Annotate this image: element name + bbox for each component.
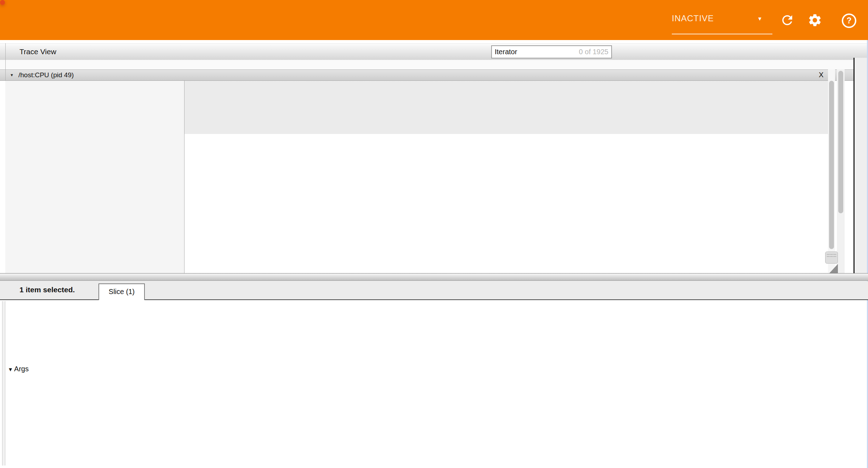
- vertical-scrollbar-thumb[interactable]: [829, 81, 834, 249]
- chevron-down-icon[interactable]: ▼: [757, 16, 762, 22]
- iterator-resource-band: [184, 81, 828, 134]
- triangle-down-icon[interactable]: ▼: [8, 366, 13, 372]
- help-icon[interactable]: ?: [842, 13, 856, 28]
- details-scrollbar-gutter[interactable]: [2, 301, 5, 466]
- tab-slice[interactable]: Slice (1): [98, 283, 145, 300]
- panel-splitter[interactable]: [0, 273, 868, 281]
- track-name-panel: [5, 81, 185, 273]
- trace-viewer-window: INACTIVE ▼ ? Trace View Iterator 0 of 19…: [0, 0, 868, 468]
- status-dropdown-underline: [672, 34, 772, 34]
- process-name: /host:CPU (pid 49): [18, 71, 74, 79]
- search-result-count: 0 of 1925: [579, 48, 608, 56]
- corner-resize-icon[interactable]: [829, 264, 838, 273]
- outer-scrollbar-thumb[interactable]: [838, 71, 843, 213]
- search-input[interactable]: Iterator 0 of 1925: [491, 45, 612, 58]
- selection-highlight-box: [0, 0, 5, 5]
- status-dropdown-value[interactable]: INACTIVE: [672, 13, 714, 23]
- args-label: Args: [14, 365, 29, 373]
- resize-grip-handle[interactable]: [825, 252, 838, 264]
- process-header[interactable]: ▾ /host:CPU (pid 49) X: [0, 69, 853, 81]
- timeline-ruler: [0, 60, 853, 69]
- toolbar-title: Trace View: [19, 47, 56, 56]
- close-icon[interactable]: X: [819, 71, 823, 79]
- toolbar-controls: Iterator 0 of 1925: [491, 45, 612, 59]
- refresh-icon[interactable]: [780, 13, 795, 28]
- gear-icon[interactable]: [807, 13, 822, 28]
- app-header: INACTIVE ▼ ?: [0, 0, 868, 40]
- args-section-header[interactable]: ▼Args: [8, 365, 29, 373]
- sidebar: [855, 58, 867, 280]
- collapse-icon[interactable]: ▾: [11, 72, 13, 78]
- trace-view-toolbar: Trace View Iterator 0 of 1925: [0, 43, 868, 61]
- selection-count-text: 1 item selected.: [19, 286, 75, 294]
- grip-dots: [827, 256, 836, 258]
- search-value: Iterator: [495, 48, 517, 56]
